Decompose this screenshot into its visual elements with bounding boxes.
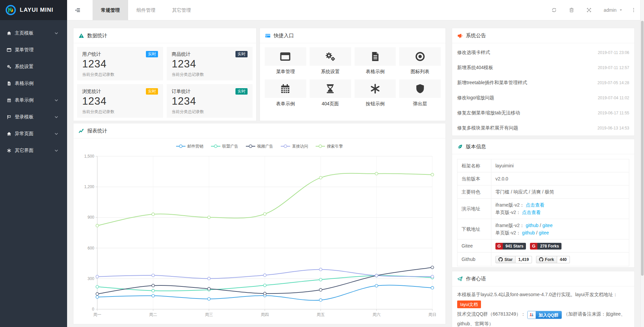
leaf-icon — [457, 144, 463, 150]
gitee-logo-icon: G — [495, 243, 503, 250]
sidebar-item-1[interactable]: 菜单管理 — [0, 42, 67, 58]
sidebar-item-label: 表单示例 — [15, 97, 34, 103]
refresh-icon — [551, 7, 557, 13]
stat-badge: 实时 — [235, 88, 248, 95]
link-gitee[interactable]: gitee — [539, 230, 549, 235]
sidebar-collapse-button[interactable] — [67, 0, 88, 20]
panel-title: 数据统计 — [87, 33, 107, 39]
announcement-time: 2019-07-11 12:57 — [598, 65, 629, 70]
sidebar-item-0[interactable]: 主页模板 — [0, 25, 67, 42]
more-menu-button[interactable] — [629, 0, 639, 20]
user-name: admin — [604, 7, 616, 13]
user-dropdown[interactable]: admin — [598, 7, 629, 13]
legend-item-4[interactable]: 搜索引擎 — [316, 144, 343, 149]
sidebar-item-4[interactable]: 表单示例 — [0, 92, 67, 109]
stat-note: 当前分类总记录数 — [172, 72, 248, 77]
stat-note: 当前分类总记录数 — [82, 72, 158, 77]
legend-item-1[interactable]: 联盟广告 — [211, 144, 238, 149]
quick-entry-4[interactable]: 表单示例 — [265, 79, 306, 107]
quick-entry-1[interactable]: 系统设置 — [310, 47, 351, 75]
stat-badge: 实时 — [146, 51, 158, 57]
fullscreen-button[interactable] — [580, 0, 598, 20]
stat-card-1: 商品统计实时1234当前分类总记录数 — [167, 47, 253, 80]
github-icon — [498, 257, 503, 262]
link-点击查看[interactable]: 点击查看 — [522, 210, 541, 215]
expand-icon — [586, 7, 592, 13]
scrollbar-thumb[interactable] — [641, 21, 644, 276]
announcement-text: 新增系统404模板 — [457, 65, 493, 71]
quick-entry-3[interactable]: 图标列表 — [399, 47, 441, 75]
app-logo[interactable]: LAYUI MINI — [0, 0, 67, 20]
sidebar-item-3[interactable]: 表格示例 — [0, 75, 67, 92]
legend-marker-icon — [211, 144, 220, 148]
sidebar: LAYUI MINI 主页模板菜单管理系统设置表格示例表单示例登录模板异常页面其… — [0, 0, 67, 327]
version-row-3: 演示地址iframe版-v2： 点击查看单页版-v2： 点击查看 — [458, 199, 629, 219]
panel-title: 系统公告 — [466, 33, 486, 39]
layui-doc-badge[interactable]: layui文档 — [457, 301, 481, 308]
announcement-item-0[interactable]: 修改选项卡样式2019-07-11 23:06 — [452, 45, 634, 60]
quick-entry-6[interactable]: 按钮示例 — [355, 79, 396, 107]
announcement-item-3[interactable]: 修改logo缩放问题2019-07-04 11:02 — [452, 90, 634, 105]
link-github[interactable]: github — [522, 230, 535, 235]
version-row-2: 主要特色零门槛 / 响应式 / 清爽 / 极简 — [458, 185, 629, 199]
gitee-badge[interactable]: G941 Stars — [495, 243, 526, 250]
quick-entry-2[interactable]: 表格示例 — [355, 47, 396, 75]
svg-text:周二: 周二 — [149, 312, 157, 317]
quick-entry-label: 图标列表 — [399, 69, 441, 75]
panel-report-header: 报表统计 — [73, 123, 445, 139]
sidebar-item-2[interactable]: 系统设置 — [0, 58, 67, 75]
main-content: 数据统计 用户统计实时1234当前分类总记录数商品统计实时1234当前分类总记录… — [67, 20, 641, 327]
version-row-6: GithubStar1,419Fork440 — [458, 253, 629, 266]
version-label: Github — [458, 253, 491, 266]
legend-item-0[interactable]: 邮件营销 — [176, 144, 204, 149]
refresh-button[interactable] — [545, 0, 563, 20]
svg-text:1,200: 1,200 — [84, 184, 94, 189]
panel-quick-entry: 快捷入口 菜单管理系统设置表格示例图标列表表单示例404页面按钮示例弹出层 — [260, 28, 446, 121]
join-qq-group-badge[interactable]: 加入QQ群 — [527, 311, 562, 319]
calendar-icon — [6, 98, 12, 103]
github-badge[interactable]: Star1,419 — [495, 256, 532, 263]
megaphone-icon — [457, 33, 463, 39]
topbar-actions: admin — [545, 0, 639, 20]
svg-text:900: 900 — [88, 215, 94, 220]
announcement-item-5[interactable]: 修复多模块菜单栏展开有问题2019-06-13 14:53 — [452, 120, 634, 135]
link-gitee[interactable]: gitee — [542, 223, 552, 228]
quick-entry-0[interactable]: 菜单管理 — [265, 47, 306, 75]
quick-entry-5[interactable]: 404页面 — [310, 79, 351, 107]
github-badge[interactable]: Fork440 — [536, 256, 570, 263]
sidebar-item-label: 登录模板 — [15, 114, 34, 120]
window-icon — [280, 51, 291, 62]
sidebar-item-label: 系统设置 — [15, 64, 34, 70]
announcement-item-4[interactable]: 修复左侧菜单缩放tab无法移动2019-06-17 11:55 — [452, 105, 634, 120]
clear-cache-button[interactable] — [563, 0, 580, 20]
window-icon — [6, 48, 12, 52]
author-text: 本模板基于layui2.5.4以及font-awesome-4.7.0进行实现。… — [452, 286, 634, 327]
version-table: 框架名称layuimini当前版本v2.0.0主要特色零门槛 / 响应式 / 清… — [457, 159, 629, 266]
chevron-down-icon — [53, 98, 59, 103]
link-github[interactable]: github — [526, 223, 538, 228]
line-chart: 03006009001,2001,500周一周二周三周四周五周六周日 — [73, 150, 445, 324]
legend-item-2[interactable]: 视频广告 — [246, 144, 273, 149]
announcement-text: 修改选项卡样式 — [457, 50, 490, 56]
gitee-badge[interactable]: G278 Forks — [530, 243, 561, 250]
stat-grid: 用户统计实时1234当前分类总记录数商品统计实时1234当前分类总记录数浏览统计… — [73, 43, 256, 121]
line-chart-icon — [78, 128, 84, 134]
sidebar-item-label: 菜单管理 — [15, 47, 34, 53]
version-label: 框架名称 — [458, 159, 491, 172]
sidebar-item-7[interactable]: 其它界面 — [0, 142, 67, 159]
tab-2[interactable]: 其它管理 — [164, 0, 199, 20]
stat-note: 当前分类总记录数 — [172, 109, 248, 115]
sidebar-item-6[interactable]: 异常页面 — [0, 125, 67, 142]
tab-1[interactable]: 组件管理 — [128, 0, 164, 20]
legend-item-3[interactable]: 直接访问 — [281, 144, 308, 149]
chevron-down-icon — [53, 115, 59, 119]
sidebar-item-5[interactable]: 登录模板 — [0, 109, 67, 125]
chevron-down-icon — [53, 31, 59, 36]
announcement-item-1[interactable]: 新增系统404模板2019-07-11 12:57 — [452, 60, 634, 75]
quick-entry-7[interactable]: 弹出层 — [399, 79, 441, 107]
link-点击查看[interactable]: 点击查看 — [526, 202, 544, 208]
quick-entry-label: 按钮示例 — [355, 101, 396, 107]
announcement-time: 2019-07-11 23:06 — [598, 50, 629, 55]
announcement-item-2[interactable]: 新增treetable插件和菜单管理样式2019-07-05 14:28 — [452, 75, 634, 90]
tab-0[interactable]: 常规管理 — [93, 0, 128, 20]
